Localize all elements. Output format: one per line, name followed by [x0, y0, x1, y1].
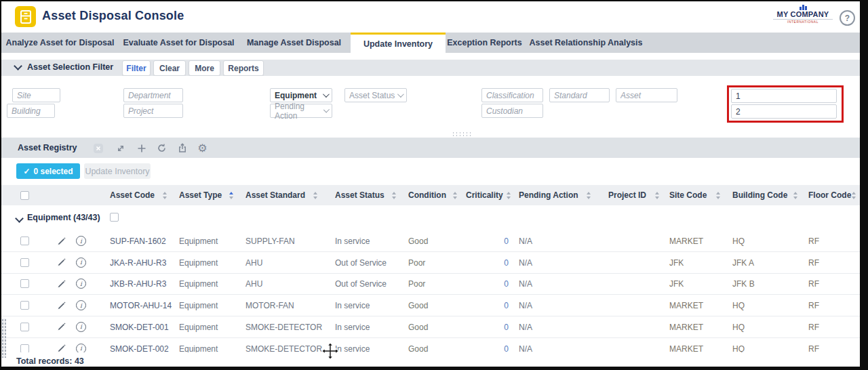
row-checkbox[interactable] — [20, 279, 29, 288]
reports-button[interactable]: Reports — [223, 60, 264, 76]
tab-evaluate-asset-for-disposal[interactable]: Evaluate Asset for Disposal — [119, 33, 239, 53]
sort-icon[interactable] — [392, 192, 397, 199]
standard-input[interactable] — [549, 88, 610, 102]
sort-icon[interactable] — [229, 192, 235, 199]
sort-icon[interactable] — [587, 192, 592, 199]
filter-button[interactable]: Filter — [122, 60, 151, 76]
panel-resize-handle[interactable] — [452, 131, 471, 136]
app-header: Asset Disposal Console MY COMPANY INTERN… — [1, 1, 860, 33]
company-name: MY COMPANY — [773, 11, 833, 20]
column-header-criticality[interactable]: Criticality — [466, 190, 503, 200]
equipment-select[interactable]: Equipment — [270, 88, 332, 102]
tab-manage-asset-disposal[interactable]: Manage Asset Disposal — [239, 33, 349, 53]
tab-exception-reports[interactable]: Exception Reports — [446, 33, 524, 53]
expand-icon[interactable] — [115, 142, 126, 154]
info-icon[interactable]: i — [76, 236, 86, 246]
cell-asset-code: MOTOR-AHU-14 — [110, 301, 172, 310]
row-checkbox[interactable] — [20, 344, 29, 353]
row-checkbox[interactable] — [20, 301, 29, 310]
department-input[interactable] — [123, 88, 183, 102]
edit-pencil-icon[interactable] — [56, 236, 66, 246]
cell-building-code: HQ — [732, 301, 745, 310]
cell-asset-type: Equipment — [179, 258, 218, 268]
tab-analyze-asset-for-disposal[interactable]: Analyze Asset for Disposal — [1, 33, 119, 53]
refresh-icon[interactable] — [156, 142, 167, 154]
edit-pencil-icon[interactable] — [56, 279, 66, 289]
group-label: Equipment (43/43) — [27, 213, 100, 222]
tab-asset-relationship-analysis[interactable]: Asset Relationship Analysis — [525, 33, 647, 53]
column-header-building-code[interactable]: Building Code — [732, 190, 787, 200]
row-checkbox[interactable] — [20, 237, 29, 245]
edit-pencil-icon[interactable] — [56, 322, 66, 332]
sort-icon[interactable] — [793, 192, 799, 199]
help-icon[interactable]: ? — [840, 10, 855, 26]
chevron-down-icon[interactable] — [15, 214, 24, 223]
info-icon[interactable]: i — [76, 322, 86, 332]
cell-asset-standard: MOTOR-FAN — [245, 301, 294, 310]
column-header-floor-code[interactable]: Floor Code — [808, 190, 851, 200]
sort-icon[interactable] — [453, 192, 458, 199]
table-header: Asset CodeAsset TypeAsset StandardAsset … — [1, 185, 860, 205]
group-row: Equipment (43/43) — [1, 205, 860, 230]
cell-criticality: 0 — [449, 237, 509, 246]
project-input[interactable] — [123, 104, 183, 118]
custodian-input[interactable] — [481, 104, 543, 118]
row-checkbox[interactable] — [20, 258, 29, 267]
site-input[interactable] — [12, 88, 60, 102]
info-icon[interactable]: i — [76, 300, 86, 310]
sort-icon[interactable] — [852, 192, 857, 199]
column-header-asset-code[interactable]: Asset Code — [110, 190, 155, 200]
edit-pencil-icon[interactable] — [56, 258, 66, 268]
table-row: i SMOK-DET-001 Equipment SMOKE-DETECTOR … — [1, 316, 860, 338]
column-header-asset-status[interactable]: Asset Status — [335, 190, 384, 200]
info-icon[interactable]: i — [76, 258, 86, 268]
cell-asset-type: Equipment — [179, 237, 218, 246]
clear-button[interactable]: Clear — [153, 60, 186, 76]
column-header-pending-action[interactable]: Pending Action — [519, 190, 578, 200]
cell-site-code: JFK — [669, 279, 684, 289]
pending-action-select[interactable]: Pending Action — [270, 104, 332, 118]
select-all-checkbox[interactable] — [20, 191, 29, 200]
more-button[interactable]: More — [189, 60, 220, 76]
sort-icon[interactable] — [655, 192, 660, 199]
table-row: i SMOK-DET-002 Equipment SMOKE-DETECTOR … — [1, 338, 860, 353]
chevron-down-icon — [397, 91, 404, 98]
chevron-down-icon — [323, 106, 329, 112]
info-icon[interactable]: i — [76, 279, 86, 289]
column-header-asset-type[interactable]: Asset Type — [179, 190, 222, 200]
group-checkbox[interactable] — [110, 213, 119, 222]
update-inventory-button[interactable]: Update Inventory — [84, 163, 151, 179]
chevron-down-icon[interactable] — [14, 62, 22, 70]
classification-input[interactable] — [481, 88, 543, 102]
column-header-site-code[interactable]: Site Code — [669, 190, 707, 200]
column-header-condition[interactable]: Condition — [408, 190, 446, 200]
edit-pencil-icon[interactable] — [56, 344, 66, 353]
cell-asset-code: JKA-R-AHU-R3 — [110, 258, 166, 268]
cell-floor-code: RF — [808, 323, 819, 332]
sort-icon[interactable] — [163, 192, 168, 199]
info-icon[interactable]: i — [76, 344, 86, 353]
sort-icon[interactable] — [507, 192, 512, 199]
selected-count-button[interactable]: ✓ 0 selected — [16, 163, 80, 179]
asset-input[interactable] — [616, 88, 677, 102]
add-icon[interactable] — [136, 142, 147, 154]
sort-icon[interactable] — [716, 192, 722, 199]
asset-status-select[interactable]: Asset Status — [344, 88, 407, 102]
building-input[interactable] — [7, 104, 55, 118]
export-icon[interactable] — [176, 142, 188, 154]
sort-icon[interactable] — [313, 192, 319, 199]
tab-update-inventory[interactable]: Update Inventory — [351, 33, 446, 53]
gear-icon[interactable]: ⚙ — [197, 142, 208, 154]
column-header-asset-standard[interactable]: Asset Standard — [245, 190, 305, 200]
cell-floor-code: RF — [808, 301, 819, 310]
app-logo-icon — [15, 6, 36, 27]
cell-building-code: HQ — [732, 344, 745, 353]
cell-floor-code: RF — [808, 279, 819, 289]
cell-asset-type: Equipment — [179, 344, 218, 353]
row-checkbox[interactable] — [20, 323, 29, 331]
cell-pending-action: N/A — [519, 344, 532, 353]
column-header-project-id[interactable]: Project ID — [608, 190, 646, 200]
left-scroll-handle[interactable] — [1, 318, 6, 358]
cell-asset-code: SUP-FAN-1602 — [110, 237, 166, 246]
edit-pencil-icon[interactable] — [56, 300, 66, 310]
